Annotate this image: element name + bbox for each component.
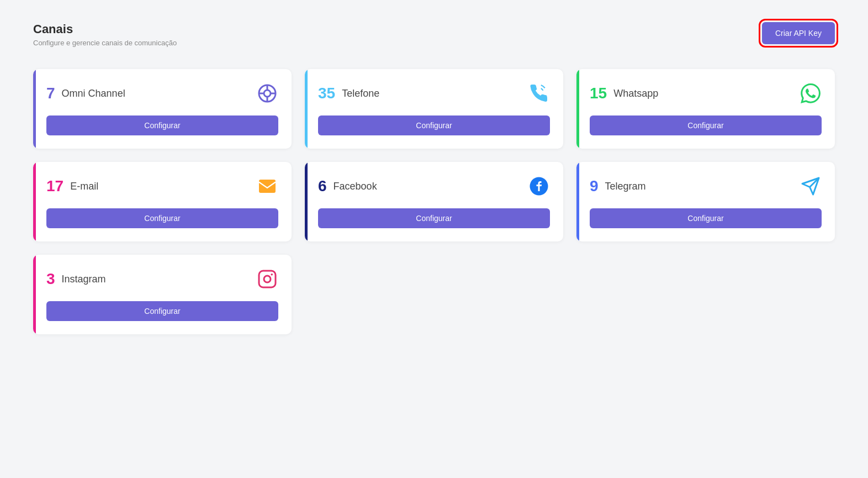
card-count-name-telegram: 9 Telegram — [590, 177, 646, 195]
card-count-whatsapp: 15 — [590, 85, 607, 102]
header-text-block: Canais Configure e gerencie canais de co… — [33, 22, 177, 47]
channel-card-email: 17 E-mail Configurar — [33, 162, 292, 241]
card-top-email: 17 E-mail — [33, 175, 278, 197]
svg-rect-8 — [259, 271, 276, 287]
card-name-whatsapp: Whatsapp — [613, 88, 658, 99]
phone-icon — [528, 82, 550, 104]
card-count-name-facebook: 6 Facebook — [318, 177, 377, 195]
card-top-facebook: 6 Facebook — [305, 175, 550, 197]
card-top-omni-channel: 7 Omni Channel — [33, 82, 278, 104]
configure-button-instagram[interactable]: Configurar — [46, 301, 278, 321]
telegram-icon — [800, 175, 822, 197]
card-count-name-instagram: 3 Instagram — [46, 270, 106, 288]
card-top-instagram: 3 Instagram — [33, 268, 278, 290]
svg-rect-6 — [259, 180, 276, 193]
svg-point-9 — [264, 276, 271, 282]
channel-card-instagram: 3 Instagram Configurar — [33, 255, 292, 334]
configure-button-telefone[interactable]: Configurar — [318, 115, 550, 135]
card-count-name-email: 17 E-mail — [46, 177, 98, 195]
channel-card-whatsapp: 15 Whatsapp Configurar — [576, 69, 835, 149]
card-count-facebook: 6 — [318, 177, 327, 195]
card-count-telefone: 35 — [318, 85, 335, 102]
card-name-facebook: Facebook — [334, 181, 377, 192]
facebook-icon — [528, 175, 550, 197]
card-border-email — [33, 162, 36, 241]
card-name-instagram: Instagram — [62, 274, 106, 285]
card-border-telegram — [576, 162, 579, 241]
card-border-telefone — [305, 69, 308, 149]
configure-button-omni-channel[interactable]: Configurar — [46, 115, 278, 135]
card-border-instagram — [33, 255, 36, 334]
svg-point-10 — [271, 274, 273, 276]
card-count-omni-channel: 7 — [46, 85, 55, 102]
card-top-telegram: 9 Telegram — [576, 175, 822, 197]
whatsapp-icon — [800, 82, 822, 104]
card-count-email: 17 — [46, 177, 63, 195]
page-title: Canais — [33, 22, 177, 36]
create-api-button[interactable]: Criar API Key — [762, 22, 835, 44]
card-count-name-whatsapp: 15 Whatsapp — [590, 85, 658, 102]
card-count-name-telefone: 35 Telefone — [318, 85, 379, 102]
card-border-omni-channel — [33, 69, 36, 149]
omni-icon — [256, 82, 278, 104]
page-header: Canais Configure e gerencie canais de co… — [33, 22, 835, 47]
card-border-whatsapp — [576, 69, 579, 149]
configure-button-whatsapp[interactable]: Configurar — [590, 115, 822, 135]
card-name-omni-channel: Omni Channel — [62, 88, 125, 99]
card-count-name-omni-channel: 7 Omni Channel — [46, 85, 125, 102]
card-count-instagram: 3 — [46, 270, 55, 288]
card-top-telefone: 35 Telefone — [305, 82, 550, 104]
channel-card-facebook: 6 Facebook Configurar — [305, 162, 563, 241]
channel-card-omni-channel: 7 Omni Channel Configurar — [33, 69, 292, 149]
card-name-email: E-mail — [70, 181, 98, 192]
card-name-telegram: Telegram — [605, 181, 646, 192]
card-border-facebook — [305, 162, 308, 241]
configure-button-email[interactable]: Configurar — [46, 208, 278, 228]
card-count-telegram: 9 — [590, 177, 599, 195]
channel-card-telegram: 9 Telegram Configurar — [576, 162, 835, 241]
card-top-whatsapp: 15 Whatsapp — [576, 82, 822, 104]
page-subtitle: Configure e gerencie canais de comunicaç… — [33, 39, 177, 47]
svg-point-1 — [264, 90, 271, 97]
channel-card-telefone: 35 Telefone Configurar — [305, 69, 563, 149]
email-icon — [256, 175, 278, 197]
instagram-icon — [256, 268, 278, 290]
configure-button-facebook[interactable]: Configurar — [318, 208, 550, 228]
configure-button-telegram[interactable]: Configurar — [590, 208, 822, 228]
channels-grid: 7 Omni Channel Configurar 35 Telefon — [33, 69, 835, 334]
card-name-telefone: Telefone — [342, 88, 379, 99]
